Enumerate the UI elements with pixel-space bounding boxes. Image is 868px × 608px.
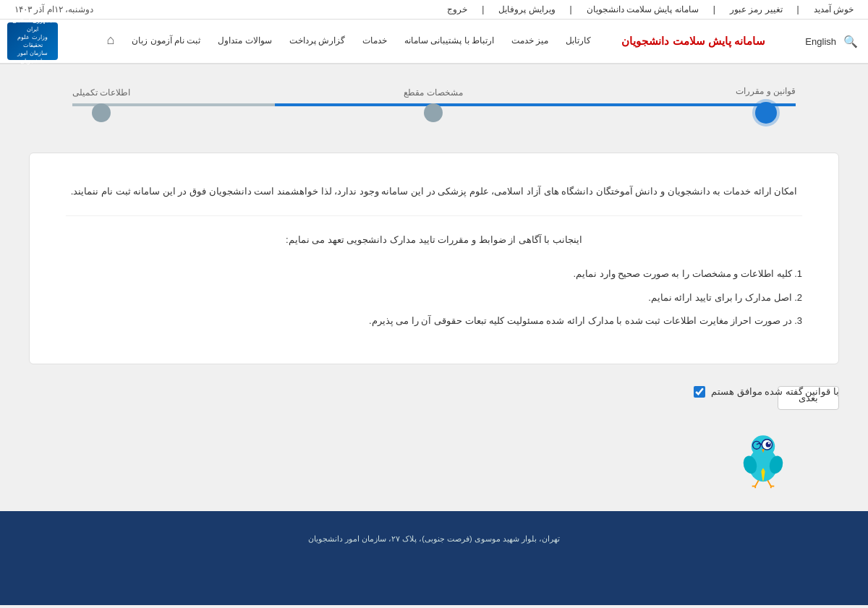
nav-item-payment-report[interactable]: گزارش پرداخت (281, 19, 354, 64)
stepper-circle-2 (424, 103, 443, 122)
nav-center: سامانه پایش سلامت دانشجویان کارتابل میز … (58, 19, 805, 64)
home-icon: ⌂ (106, 33, 114, 48)
nav-item-services[interactable]: خدمات (354, 19, 396, 64)
search-icon[interactable]: 🔍 (841, 32, 861, 51)
stepper-circle-1 (92, 103, 111, 122)
nav-menu: کارتابل میز خدمت ارتباط با پشتیبانی ساما… (98, 19, 600, 64)
nav-home-item[interactable]: ⌂ (98, 19, 123, 64)
language-selector[interactable]: English (805, 36, 836, 47)
stepper-label-2: مشخصات مقطع (404, 87, 462, 98)
logout-link[interactable]: خروج (447, 4, 467, 14)
svg-line-17 (767, 480, 771, 486)
stepper-step-2: مشخصات مقطع (404, 87, 462, 122)
stepper-step-3: قوانین و مقررات (736, 86, 796, 124)
svg-point-8 (768, 442, 770, 445)
welcome-text: خوش آمدید (814, 4, 854, 14)
subtitle-text: اینجانب با آگاهی از ضوابط و مقررات تایید… (66, 231, 802, 249)
date-display: دوشنبه، ۱۲ام آذر ۱۴۰۳ (14, 4, 93, 14)
nav-item-support[interactable]: ارتباط با پشتیبانی سامانه (396, 19, 503, 64)
stepper-track-fill (275, 103, 796, 106)
stepper: قوانین و مقررات مشخصات مقطع اطلاعات تکمی… (72, 86, 796, 124)
footer-address: تهران، بلوار شهید موسوی (فرصت جنوبی)، پل… (308, 527, 560, 543)
agree-label: با قوانین گفته شده موافق هستم (711, 386, 839, 397)
rules-content-box: امکان ارائه خدمات به دانشجویان و دانش آم… (29, 153, 839, 364)
stepper-label-1: اطلاعات تکمیلی (72, 87, 130, 98)
stepper-label-3: قوانین و مقررات (736, 86, 796, 96)
stepper-step-1: اطلاعات تکمیلی (72, 87, 130, 122)
nav-item-service-desk[interactable]: میز خدمت (503, 19, 557, 64)
bird-mascot-icon (731, 424, 796, 489)
logo-area: جمهوری اسلامی ایران وزارت علوم تحقیقات س… (7, 22, 58, 60)
logo-text: جمهوری اسلامی ایران وزارت علوم تحقیقات س… (10, 17, 55, 65)
change-password-link[interactable]: تغییر رمز عبور (730, 4, 783, 14)
content-area: قوانین و مقررات مشخصات مقطع اطلاعات تکمی… (0, 64, 868, 511)
svg-line-16 (755, 480, 759, 486)
edit-profile-link[interactable]: ویرایش پروفایل (498, 4, 555, 14)
nav-item-faq[interactable]: سوالات متداول (209, 19, 280, 64)
top-bar: خوش آمدید | تغییر رمز عبور | سامانه پایش… (0, 0, 868, 20)
rule-item-3: 3. در صورت احراز مغایرت اطلاعات ثبت شده … (66, 311, 802, 332)
bottom-actions: بعدی با قوانین گفته شده موافق هستم (29, 379, 839, 410)
intro-text: امکان ارائه خدمات به دانشجویان و دانش آم… (66, 182, 802, 216)
agree-section: با قوانین گفته شده موافق هستم (694, 386, 839, 398)
rules-list: 1. کلیه اطلاعات و مشخصات را به صورت صحیح… (66, 264, 802, 332)
nav-item-kartabl[interactable]: کارتابل (557, 19, 600, 64)
main-nav: 🔍 English سامانه پایش سلامت دانشجویان کا… (0, 20, 868, 64)
stepper-circle-3 (755, 102, 777, 124)
rule-item-2: 2. اصل مدارک را برای تایید ارائه نمایم. (66, 288, 802, 309)
rule-item-1: 1. کلیه اطلاعات و مشخصات را به صورت صحیح… (66, 264, 802, 285)
student-health-link[interactable]: سامانه پایش سلامت دانشجویان (587, 4, 699, 14)
top-bar-right: خوش آمدید | تغییر رمز عبور | سامانه پایش… (447, 4, 854, 14)
mascot-area (29, 417, 839, 489)
nav-item-lang-exam[interactable]: ثبت نام آزمون زبان (123, 19, 209, 64)
footer-logo-icon: اطلا عات (0, 518, 137, 605)
nav-left: 🔍 English (805, 32, 861, 51)
site-title: سامانه پایش سلامت دانشجویان (621, 35, 765, 48)
footer-content: تهران، بلوار شهید موسوی (فرصت جنوبی)، پل… (22, 526, 846, 544)
agree-checkbox[interactable] (694, 386, 705, 398)
ministry-logo: جمهوری اسلامی ایران وزارت علوم تحقیقات س… (7, 22, 58, 60)
footer: تهران، بلوار شهید موسوی (فرصت جنوبی)، پل… (0, 511, 868, 605)
